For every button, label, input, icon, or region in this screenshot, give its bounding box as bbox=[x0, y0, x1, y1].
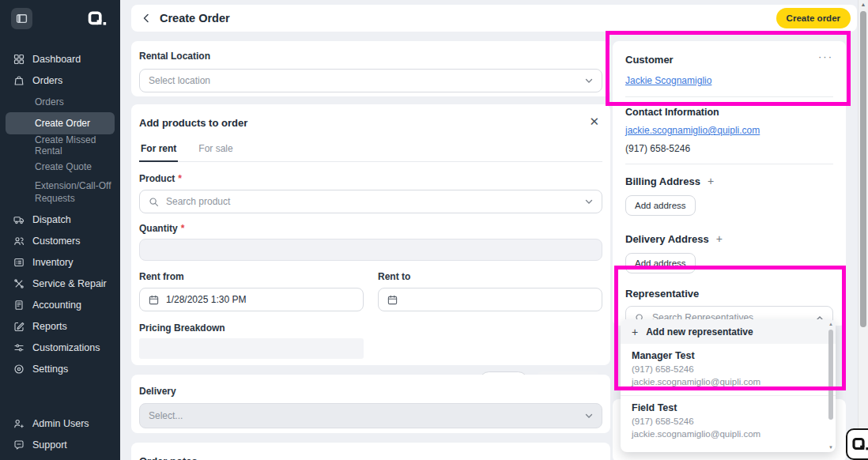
required-asterisk: * bbox=[178, 173, 182, 184]
rental-location-card: Rental Location Select location bbox=[131, 41, 610, 96]
delivery-card: Delivery Select... bbox=[131, 375, 610, 433]
customer-name-link[interactable]: Jackie Scognamiglio bbox=[625, 75, 711, 86]
sidebar-item-orders[interactable]: Orders bbox=[0, 70, 120, 91]
rental-location-label: Rental Location bbox=[139, 51, 602, 62]
customer-phone: (917) 658-5246 bbox=[625, 143, 833, 154]
back-button[interactable] bbox=[143, 13, 149, 23]
page-header: Create Order Create order bbox=[131, 5, 857, 32]
create-order-button[interactable]: Create order bbox=[776, 8, 851, 28]
product-search-placeholder: Search product bbox=[166, 196, 230, 207]
ledger-icon bbox=[13, 300, 25, 311]
quipli-chat-widget-button[interactable] bbox=[846, 428, 868, 460]
dashboard-icon bbox=[13, 54, 25, 65]
sidebar-item-settings[interactable]: Settings bbox=[0, 358, 120, 379]
pricing-breakdown-area bbox=[139, 338, 364, 359]
sidebar-subitem-extension-calloff[interactable]: Extension/Call-Off Requests bbox=[0, 177, 120, 209]
representative-option-manager-test[interactable]: Manager Test (917) 658-5246 jackie.scogn… bbox=[621, 344, 836, 395]
sidebar-item-customizations[interactable]: Customizations bbox=[0, 337, 120, 358]
sidebar-item-label: Customers bbox=[32, 236, 80, 247]
order-notes-card: Order notes bbox=[131, 443, 610, 460]
add-delivery-address-icon[interactable]: + bbox=[716, 232, 723, 245]
customer-email-link[interactable]: jackie.scognamiglio@quipli.com bbox=[625, 125, 760, 136]
representative-dropdown: + Add new representative Manager Test (9… bbox=[621, 319, 836, 452]
sidebar-subitem-create-missed-rental[interactable]: Create Missed Rental bbox=[0, 134, 120, 156]
sidebar-item-label: Accounting bbox=[32, 300, 81, 311]
tab-for-rent[interactable]: For rent bbox=[139, 138, 178, 162]
sidebar-item-label: Dispatch bbox=[32, 214, 71, 225]
page-scrollbar[interactable]: ▲ bbox=[858, 0, 868, 460]
add-products-title: Add products to order bbox=[139, 104, 602, 129]
delivery-address-header: Delivery Address+ bbox=[625, 232, 833, 246]
sidebar-subitem-create-quote[interactable]: Create Quote bbox=[0, 156, 120, 177]
page-title: Create Order bbox=[160, 12, 230, 25]
sidebar-subitem-create-order[interactable]: Create Order bbox=[6, 112, 115, 134]
add-products-card: Add products to order ✕ For rent For sal… bbox=[131, 104, 610, 365]
required-asterisk: * bbox=[181, 223, 185, 234]
representative-option-field-test[interactable]: Field Test (917) 658-5246 jackie.scognam… bbox=[621, 396, 836, 447]
scrollbar-up-icon[interactable]: ▲ bbox=[859, 2, 868, 7]
rent-to-input[interactable] bbox=[378, 288, 602, 311]
ellipsis-menu-icon[interactable]: ··· bbox=[818, 54, 833, 60]
page-scrollbar-thumb[interactable] bbox=[860, 11, 866, 327]
representative-email: jackie.scognamiglio@quipli.com bbox=[632, 376, 825, 388]
sidebar-item-inventory[interactable]: Inventory bbox=[0, 251, 120, 273]
pricing-breakdown-label: Pricing Breakdown bbox=[139, 322, 602, 334]
sidebar-item-customers[interactable]: Customers bbox=[0, 230, 120, 251]
sidebar-item-dispatch[interactable]: Dispatch bbox=[0, 209, 120, 230]
delivery-select[interactable]: Select... bbox=[139, 403, 602, 428]
add-new-representative-option[interactable]: + Add new representative bbox=[621, 319, 836, 344]
gear-icon bbox=[13, 364, 25, 375]
truck-icon bbox=[13, 214, 25, 225]
sidebar-item-label: Service & Repair bbox=[32, 278, 107, 289]
dropdown-scrollbar-thumb[interactable] bbox=[828, 330, 833, 420]
sidebar-item-dashboard[interactable]: Dashboard bbox=[0, 48, 120, 70]
add-delivery-address-button[interactable]: Add address bbox=[625, 253, 696, 273]
delivery-placeholder: Select... bbox=[149, 410, 183, 421]
customer-panel: Customer ··· Jackie Scognamiglio Contact… bbox=[613, 41, 846, 326]
person-plus-icon bbox=[13, 418, 25, 429]
create-order-page: Dashboard Orders Orders Create Order Cre… bbox=[0, 0, 868, 460]
sidebar-footer: Admin Users Support bbox=[0, 413, 120, 455]
people-icon bbox=[13, 236, 25, 247]
sidebar-item-support[interactable]: Support bbox=[0, 434, 120, 455]
sliders-icon bbox=[13, 342, 25, 353]
dropdown-scroll-up-icon[interactable]: ▲ bbox=[828, 322, 833, 326]
billing-address-header: Billing Address+ bbox=[625, 174, 833, 188]
rental-location-select[interactable]: Select location bbox=[139, 69, 602, 92]
product-search-select[interactable]: Search product bbox=[139, 190, 602, 213]
rent-from-value: 1/28/2025 1:30 PM bbox=[166, 294, 246, 305]
add-billing-address-icon[interactable]: + bbox=[708, 175, 714, 187]
orders-bag-icon bbox=[13, 75, 25, 86]
sidebar-collapse-button[interactable] bbox=[11, 8, 32, 29]
product-label: Product* bbox=[139, 173, 602, 184]
sidebar-item-label: Settings bbox=[32, 364, 68, 375]
representative-phone: (917) 658-5246 bbox=[632, 416, 825, 428]
back-chevron-icon bbox=[143, 13, 149, 23]
representative-email: jackie.scognamiglio@quipli.com bbox=[632, 428, 825, 440]
quipli-logo bbox=[88, 11, 108, 27]
sidebar-item-accounting[interactable]: Accounting bbox=[0, 294, 120, 315]
sidebar-item-admin-users[interactable]: Admin Users bbox=[0, 413, 120, 434]
sidebar-subitem-orders[interactable]: Orders bbox=[0, 91, 120, 112]
representative-option-jackie[interactable]: Jackie Scognamiglio bbox=[621, 447, 836, 452]
close-icon[interactable]: ✕ bbox=[589, 115, 599, 127]
sidebar-item-service-repair[interactable]: Service & Repair bbox=[0, 273, 120, 294]
plus-icon: + bbox=[632, 326, 638, 338]
sidebar: Dashboard Orders Orders Create Order Cre… bbox=[0, 0, 120, 460]
search-icon bbox=[149, 197, 159, 207]
rent-from-label: Rent from bbox=[139, 271, 364, 282]
collapse-panel-icon bbox=[16, 13, 28, 25]
add-billing-address-button[interactable]: Add address bbox=[625, 195, 696, 216]
representative-label: Representative bbox=[625, 288, 833, 300]
sidebar-item-label: Customizations bbox=[32, 342, 100, 353]
chevron-down-icon bbox=[585, 199, 593, 205]
quipli-widget-logo bbox=[852, 437, 868, 452]
product-tabs: For rent For sale bbox=[139, 138, 602, 162]
tab-for-sale[interactable]: For sale bbox=[197, 138, 234, 161]
sidebar-item-label: Reports bbox=[32, 321, 67, 332]
dropdown-scroll-down-icon[interactable]: ▼ bbox=[828, 445, 833, 450]
sidebar-item-label: Inventory bbox=[32, 257, 73, 268]
rent-from-input[interactable]: 1/28/2025 1:30 PM bbox=[139, 288, 364, 311]
chat-bubble-icon bbox=[13, 439, 25, 451]
sidebar-item-reports[interactable]: Reports bbox=[0, 315, 120, 337]
